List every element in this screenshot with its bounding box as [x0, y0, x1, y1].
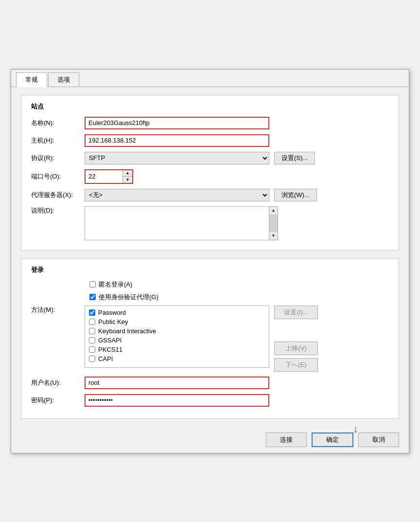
cancel-button[interactable]: 取消: [358, 432, 399, 447]
anon-row: 匿名登录(A): [31, 280, 389, 289]
method-password-checkbox[interactable]: [89, 309, 95, 316]
desc-scrollbar: ▲ ▼: [269, 206, 278, 240]
method-capi: CAPI: [89, 355, 265, 362]
anon-checkbox[interactable]: [89, 281, 96, 288]
protocol-label: 协议(R):: [31, 154, 85, 162]
password-label: 密码(P):: [31, 396, 85, 405]
method-publickey-checkbox[interactable]: [89, 319, 95, 325]
method-gssapi-label: GSSAPI: [98, 337, 122, 344]
password-row: 密码(P):: [31, 394, 389, 407]
host-label: 主机(H):: [31, 136, 85, 145]
scroll-down-icon[interactable]: ▼: [269, 232, 278, 240]
port-label: 端口号(O):: [31, 172, 85, 181]
arrow-indicator-icon: ↓: [353, 424, 358, 434]
method-row: 方法(M): Password Public Key Keyboard Inte…: [31, 306, 389, 372]
tab-bar: 常规 选项: [11, 70, 409, 87]
desc-row: 说明(D): ▲ ▼: [31, 206, 389, 240]
method-password-label: Password: [98, 309, 126, 316]
protocol-select[interactable]: SFTP FTP FTPS: [85, 152, 269, 164]
proxy-browse-button[interactable]: 浏览(W)...: [274, 189, 317, 201]
scroll-up-icon[interactable]: ▲: [269, 207, 278, 215]
footer: 连接 ↓ 确定 取消: [11, 427, 409, 453]
port-input-wrapper: ▲ ▼: [85, 169, 133, 184]
port-spin-up[interactable]: ▲: [123, 170, 132, 177]
login-section-title: 登录: [31, 266, 389, 274]
proxy-row: 代理服务器(X): <无> 浏览(W)...: [31, 189, 389, 201]
username-input[interactable]: [85, 377, 269, 389]
site-section: 站点 名称(N): 主机(H): 协议(R): SFTP FTP FTPS: [21, 95, 399, 251]
desc-label: 说明(D):: [31, 206, 85, 215]
auth-agent-checkbox[interactable]: [89, 294, 96, 300]
port-spin-down[interactable]: ▼: [123, 177, 132, 183]
tab-general[interactable]: 常规: [16, 72, 47, 87]
host-input[interactable]: [85, 134, 269, 147]
port-spinner: ▲ ▼: [122, 170, 132, 183]
host-row: 主机(H):: [31, 134, 389, 147]
auth-agent-row: 使用身份验证代理(G): [31, 293, 389, 302]
dialog-content: 站点 名称(N): 主机(H): 协议(R): SFTP FTP FTPS: [11, 87, 409, 427]
method-keyboard-checkbox[interactable]: [89, 328, 95, 334]
method-gssapi: GSSAPI: [89, 337, 265, 344]
desc-input[interactable]: [85, 206, 269, 240]
scroll-track: [269, 215, 278, 232]
method-buttons: 设置(I)... 上移(V) 下へ(E): [274, 306, 318, 372]
username-label: 用户名(U):: [31, 378, 85, 387]
protocol-settings-button[interactable]: 设置(S)...: [274, 152, 315, 164]
ok-button-wrapper: ↓ 确定: [312, 432, 353, 447]
connect-button[interactable]: 连接: [266, 432, 307, 447]
login-section: 登录 匿名登录(A) 使用身份验证代理(G) 方法(M): Password: [21, 258, 399, 419]
method-list: Password Public Key Keyboard Interactive…: [85, 306, 269, 368]
username-row: 用户名(U):: [31, 377, 389, 389]
method-pkcs11-checkbox[interactable]: [89, 346, 95, 353]
auth-agent-label: 使用身份验证代理(G): [99, 293, 158, 302]
method-keyboard-label: Keyboard Interactive: [98, 327, 156, 335]
method-pkcs11-label: PKCS11: [98, 346, 122, 353]
method-settings-button[interactable]: 设置(I)...: [274, 306, 318, 319]
method-publickey: Public Key: [89, 318, 265, 325]
method-gssapi-checkbox[interactable]: [89, 337, 95, 343]
protocol-select-wrapper: SFTP FTP FTPS: [85, 152, 269, 164]
port-row: 端口号(O): ▲ ▼: [31, 169, 389, 184]
method-capi-checkbox[interactable]: [89, 356, 95, 362]
protocol-row: 协议(R): SFTP FTP FTPS 设置(S)...: [31, 152, 389, 164]
password-input[interactable]: [85, 394, 269, 407]
method-pkcs11: PKCS11: [89, 346, 265, 353]
method-moveup-button[interactable]: 上移(V): [274, 342, 318, 355]
ok-button[interactable]: 确定: [312, 432, 353, 447]
name-label: 名称(N):: [31, 119, 85, 127]
proxy-label: 代理服务器(X):: [31, 191, 85, 199]
proxy-select[interactable]: <无>: [85, 189, 269, 201]
method-password: Password: [89, 309, 265, 316]
method-publickey-label: Public Key: [98, 318, 128, 325]
name-input[interactable]: [85, 117, 269, 129]
anon-label: 匿名登录(A): [99, 280, 132, 289]
proxy-select-wrapper: <无>: [85, 189, 269, 201]
site-section-title: 站点: [31, 102, 389, 111]
name-row: 名称(N):: [31, 117, 389, 129]
dialog: 常规 选项 站点 名称(N): 主机(H): 协议(R): SFTP: [11, 69, 409, 453]
method-keyboard: Keyboard Interactive: [89, 327, 265, 335]
method-label: 方法(M):: [31, 306, 85, 314]
method-capi-label: CAPI: [98, 355, 113, 362]
tab-options[interactable]: 选项: [48, 72, 79, 87]
method-movedown-button[interactable]: 下へ(E): [274, 358, 318, 372]
